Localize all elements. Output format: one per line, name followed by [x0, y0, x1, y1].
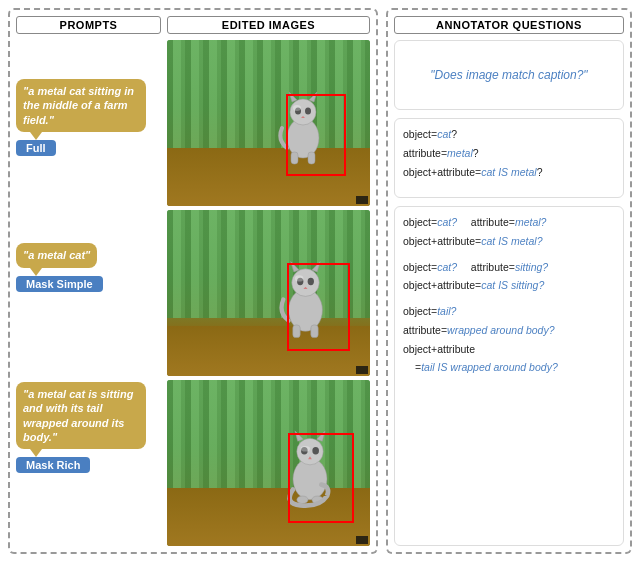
question-block-3: object=cat? attribute=metal? object+attr…: [394, 206, 624, 546]
q3-g1-line2: object+attribute=cat IS metal?: [403, 234, 615, 250]
q2-line-3: object+attribute=cat IS metal?: [403, 165, 615, 181]
speech-bubble-3: "a metal cat is sitting and with its tai…: [16, 382, 146, 449]
images-header: EDITED IMAGES: [167, 16, 370, 34]
q2-obj-val: cat: [437, 128, 451, 140]
question-block-1: "Does image match caption?": [394, 40, 624, 110]
q3-g3-line3: object+attribute: [403, 342, 615, 358]
prompts-column: PROMPTS "a metal cat sitting in the midd…: [16, 16, 161, 546]
dark-corner-3: [356, 536, 368, 544]
dark-corner-2: [356, 366, 368, 374]
speech-bubble-1: "a metal cat sitting in the middle of a …: [16, 79, 146, 132]
q2-obattr-val: cat IS metal: [481, 166, 536, 178]
bounding-box-2: [287, 263, 350, 351]
image-scene-3: [167, 380, 370, 546]
mask-label-1: Full: [16, 140, 56, 156]
q2-obj-lbl: object=: [403, 128, 437, 140]
bounding-box-3: [288, 433, 354, 523]
images-column: EDITED IMAGES: [167, 16, 370, 546]
question-text-1: "Does image match caption?": [430, 68, 587, 82]
question-block-2: object=cat? attribute=metal? object+attr…: [394, 118, 624, 198]
image-slot-list: [167, 40, 370, 546]
prompt-item-2: "a metal cat" Mask Simple: [16, 195, 161, 340]
prompts-header: PROMPTS: [16, 16, 161, 34]
question-block-list: "Does image match caption?" object=cat? …: [394, 40, 624, 546]
q2-attr-lbl: attribute=: [403, 147, 447, 159]
image-scene-2: [167, 210, 370, 376]
mask-label-3: Mask Rich: [16, 457, 90, 473]
q3-g2-line1: object=cat? attribute=sitting?: [403, 260, 615, 276]
prompt-item-3: "a metal cat is sitting and with its tai…: [16, 340, 161, 515]
q2-obattr-lbl: object+attribute=: [403, 166, 481, 178]
right-panel: ANNOTATOR QUESTIONS "Does image match ca…: [386, 8, 632, 554]
q2-attr-val: metal: [447, 147, 473, 159]
bounding-box-1: [286, 94, 346, 176]
prompt-list: "a metal cat sitting in the middle of a …: [16, 40, 161, 546]
image-slot-2: [167, 210, 370, 376]
q3-g3-line4: =tail IS wrapped around body?: [403, 360, 615, 376]
mask-label-2: Mask Simple: [16, 276, 103, 292]
left-panel: PROMPTS "a metal cat sitting in the midd…: [8, 8, 378, 554]
q3-g3-line2: attribute=wrapped around body?: [403, 323, 615, 339]
annotator-header: ANNOTATOR QUESTIONS: [394, 16, 624, 34]
main-container: PROMPTS "a metal cat sitting in the midd…: [0, 0, 640, 562]
q2-line-1: object=cat?: [403, 127, 615, 143]
dark-corner-1: [356, 196, 368, 204]
prompt-item-1: "a metal cat sitting in the middle of a …: [16, 40, 161, 195]
q3-g2-line2: object+attribute=cat IS sitting?: [403, 278, 615, 294]
speech-bubble-2: "a metal cat": [16, 243, 97, 267]
image-slot-3: [167, 380, 370, 546]
q3-g1-line1: object=cat? attribute=metal?: [403, 215, 615, 231]
image-scene-1: [167, 40, 370, 206]
q3-g3-line1: object=tail?: [403, 304, 615, 320]
image-slot-1: [167, 40, 370, 206]
q2-line-2: attribute=metal?: [403, 146, 615, 162]
